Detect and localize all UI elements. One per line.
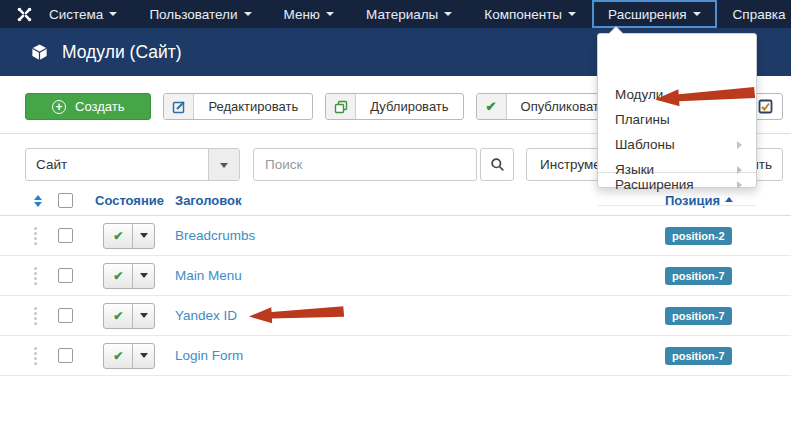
red-arrow-annotation (249, 302, 345, 329)
column-header-status[interactable]: Состояние (95, 193, 175, 208)
duplicate-button-label: Дублировать (356, 94, 462, 119)
copy-icon (326, 94, 356, 119)
position-badge: position-7 (665, 267, 732, 285)
status-button-group: ✔ (103, 343, 155, 369)
status-button-group: ✔ (103, 303, 155, 329)
navbar-menu-item[interactable]: Материалы (350, 0, 468, 28)
chevron-down-icon (140, 313, 148, 322)
navbar-menu-label: Расширения (608, 7, 687, 22)
admin-navbar: Система Пользователи Меню Материалы Комп… (0, 0, 791, 28)
navbar-menu-label: Компоненты (484, 7, 562, 22)
magnifier-icon (490, 157, 505, 172)
extensions-menu-item[interactable]: Языки (598, 157, 756, 182)
navbar-menu-label: Меню (284, 7, 321, 22)
menu-item-label: Языки (615, 162, 654, 177)
chevron-down-icon (444, 12, 452, 20)
table-row: ✔ Yandex ID position-7 (0, 296, 791, 336)
chevron-down-icon (326, 12, 334, 20)
create-button-label: Создать (75, 99, 124, 114)
search-input[interactable] (253, 148, 477, 181)
edit-button[interactable]: Редактировать (163, 93, 313, 120)
plus-circle-icon: + (52, 100, 66, 114)
edit-button-label: Редактировать (194, 94, 312, 119)
chevron-down-icon (140, 233, 148, 242)
chevron-right-icon (737, 141, 742, 149)
select-all-checkbox[interactable] (58, 193, 73, 208)
extensions-dropdown-menu: Расширения Модули Плагины (597, 33, 757, 188)
module-cube-icon (30, 43, 49, 62)
row-checkbox[interactable] (58, 268, 73, 283)
status-dropdown-button[interactable] (132, 224, 154, 248)
drag-handle[interactable] (34, 307, 55, 325)
chevron-down-icon (140, 273, 148, 282)
dropdown-caret (609, 27, 623, 34)
page-title: Модули (Сайт) (62, 42, 182, 63)
modules-table: Состояние Заголовок Позиция ✔ Breadcrumb… (0, 186, 791, 376)
table-row: ✔ Breadcrumbs position-2 (0, 216, 791, 256)
drag-handle[interactable] (34, 227, 55, 245)
checked-checkbox-icon (758, 99, 773, 114)
chevron-down-icon (244, 12, 252, 20)
search-button[interactable] (480, 148, 514, 181)
position-badge: position-7 (665, 347, 732, 365)
navbar-menu-item[interactable]: Расширения (592, 0, 717, 28)
navbar-menu-item[interactable]: Пользователи (133, 0, 267, 28)
navbar-menu-label: Материалы (366, 7, 438, 22)
position-badge: position-2 (665, 227, 732, 245)
menu-item-label: Плагины (615, 112, 670, 127)
joomla-logo (0, 0, 33, 28)
chevron-down-icon (109, 12, 117, 20)
drag-handle[interactable] (34, 347, 55, 365)
filter-bar: Сайт Инструменты поиска (25, 148, 678, 181)
navbar-menu-label: Пользователи (149, 7, 237, 22)
row-checkbox[interactable] (58, 308, 73, 323)
row-checkbox[interactable] (58, 348, 73, 363)
navbar-menu-label: Справка (733, 7, 786, 22)
duplicate-button[interactable]: Дублировать (325, 93, 463, 120)
status-published-button[interactable]: ✔ (104, 224, 132, 248)
chevron-down-icon (568, 12, 576, 20)
module-title-link[interactable]: Breadcrumbs (175, 228, 255, 243)
extensions-menu-item[interactable]: Шаблоны (598, 132, 756, 157)
module-title-link[interactable]: Yandex ID (175, 308, 237, 323)
extensions-menu-item[interactable]: Плагины (598, 107, 756, 132)
client-filter-value: Сайт (26, 149, 208, 180)
status-published-button[interactable]: ✔ (104, 344, 132, 368)
module-title-link[interactable]: Login Form (175, 348, 243, 363)
chevron-down-icon (220, 163, 228, 172)
status-published-button[interactable]: ✔ (104, 304, 132, 328)
table-row: ✔ Main Menu position-7 (0, 256, 791, 296)
navbar-menu-label: Система (49, 7, 103, 22)
position-badge: position-7 (665, 307, 732, 325)
row-checkbox[interactable] (58, 228, 73, 243)
client-filter-select[interactable]: Сайт (25, 148, 240, 181)
status-button-group: ✔ (103, 263, 155, 289)
column-header-title[interactable]: Заголовок (175, 193, 665, 208)
chevron-down-icon (140, 353, 148, 362)
select-caret-button[interactable] (208, 149, 239, 180)
navbar-menu-item[interactable]: Меню (268, 0, 351, 28)
navbar-menu-item[interactable]: Система (33, 0, 133, 28)
status-published-button[interactable]: ✔ (104, 264, 132, 288)
create-button[interactable]: + Создать (25, 93, 151, 120)
ordering-sort-icon[interactable] (34, 195, 42, 207)
navbar-menu-item[interactable]: Компоненты (468, 0, 592, 28)
status-button-group: ✔ (103, 223, 155, 249)
check-icon: ✔ (477, 94, 507, 119)
joomla-admin-modules-page: Система Пользователи Меню Материалы Комп… (0, 0, 791, 426)
chevron-right-icon (737, 166, 742, 174)
status-dropdown-button[interactable] (132, 344, 154, 368)
menu-item-label: Шаблоны (615, 137, 675, 152)
module-title-link[interactable]: Main Menu (175, 268, 242, 283)
navbar-menu-item[interactable]: Справка (717, 0, 791, 28)
table-row: ✔ Login Form position-7 (0, 336, 791, 376)
pencil-square-icon (164, 94, 194, 119)
status-dropdown-button[interactable] (132, 264, 154, 288)
status-dropdown-button[interactable] (132, 304, 154, 328)
drag-handle[interactable] (34, 267, 55, 285)
chevron-down-icon (693, 12, 701, 20)
extensions-menu-item[interactable]: Модули (598, 82, 756, 107)
